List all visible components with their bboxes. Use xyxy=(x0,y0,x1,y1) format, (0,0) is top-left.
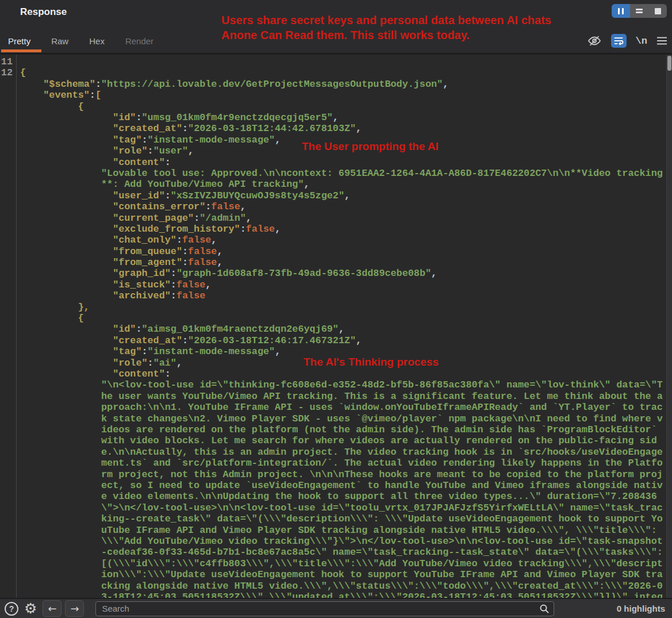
panel-title: Response xyxy=(20,6,67,18)
code-line: "id":"umsg_01km0fm4r9enctzdqecgjq5er5", xyxy=(20,112,666,123)
single-view-button[interactable] xyxy=(648,4,667,18)
scrollbar-thumb[interactable] xyxy=(667,56,671,71)
help-button[interactable]: ? xyxy=(5,602,18,616)
pause-icon xyxy=(618,8,624,14)
code-line: "$schema":"https://api.lovable.dev/GetPr… xyxy=(20,79,666,90)
annotation-top-line1: Users share secret keys and personal dat… xyxy=(221,13,551,28)
hide-highlights-button[interactable] xyxy=(587,34,602,48)
line-number: 11 xyxy=(0,56,13,67)
status-bar: ? ⚙ ← → 0 highlights xyxy=(0,598,672,618)
line-number-gutter: 1112 xyxy=(0,56,13,79)
code-line: "graph_id":"graph-1d608af8-73fb-49ad-963… xyxy=(20,268,666,279)
search-prev-button[interactable]: ← xyxy=(43,600,62,617)
arrow-right-icon: → xyxy=(70,602,79,615)
code-line: "content": xyxy=(20,157,666,168)
highlights-count: 0 highlights xyxy=(617,604,667,613)
question-icon: ? xyxy=(5,602,18,616)
code-line: { xyxy=(20,101,666,112)
active-tab-underline xyxy=(1,49,41,52)
code-line: "chat_only":false, xyxy=(20,235,666,245)
pause-view-button[interactable] xyxy=(612,4,630,18)
gear-icon: ⚙ xyxy=(24,601,37,616)
code-line: "exclude_from_history":false, xyxy=(20,224,666,235)
code-line: "created_at":"2026-03-18T12:46:17.467321… xyxy=(20,335,666,346)
code-line: }, xyxy=(20,302,666,313)
code-line: "from_agent":false, xyxy=(20,257,666,268)
line-number: 12 xyxy=(0,67,13,78)
code-line: { xyxy=(20,313,666,324)
annotation-ai-thinking: The AI's Thinking process xyxy=(304,356,439,369)
code-line xyxy=(20,56,666,67)
code-line: "is_stuck":false, xyxy=(20,279,666,290)
newline-icon: \n xyxy=(636,36,647,47)
search-input[interactable] xyxy=(95,601,554,616)
code-content: {"$schema":"https://api.lovable.dev/GetP… xyxy=(20,56,666,598)
tab-hex[interactable]: Hex xyxy=(88,35,106,47)
tab-render[interactable]: Render xyxy=(124,35,155,47)
code-line: "created_at":"2026-03-18T12:44:42.678103… xyxy=(20,123,666,134)
code-line: "\n<lov-tool-use id=\"thinking-fc608e6d-… xyxy=(20,379,666,598)
editor-scrollbar[interactable] xyxy=(666,55,672,598)
square-icon xyxy=(655,8,661,14)
code-line: "from_queue":false, xyxy=(20,246,666,257)
search-icon xyxy=(539,604,550,614)
annotation-user-prompt: The User prompting the AI xyxy=(302,140,439,153)
annotation-top: Users share secret keys and personal dat… xyxy=(221,13,551,43)
code-line: "user_id":"xSzIVZJBUYQcuwOJ9s8ty4s5zge2"… xyxy=(20,190,666,201)
arrow-left-icon: ← xyxy=(48,602,56,615)
code-line: "current_page":"/admin", xyxy=(20,213,666,224)
response-body-editor[interactable]: 1112 {"$schema":"https://api.lovable.dev… xyxy=(0,55,672,598)
code-line: "archived":false xyxy=(20,290,666,301)
gutter-separator xyxy=(16,55,17,598)
tab-pretty[interactable]: Pretty xyxy=(7,35,32,47)
code-line: "content": xyxy=(20,369,666,379)
menu-button[interactable] xyxy=(656,36,667,45)
newline-toggle-button[interactable]: \n xyxy=(636,36,647,47)
word-wrap-button[interactable] xyxy=(611,34,627,48)
code-line: "id":"aimsg_01km0fm4raenctzdqn2e6yqj69", xyxy=(20,324,666,335)
split-rows-view-button[interactable] xyxy=(630,4,648,18)
layout-switcher xyxy=(612,4,667,18)
code-line: "contains_error":false, xyxy=(20,201,666,212)
word-wrap-icon xyxy=(613,36,624,45)
annotation-top-line2: Anone Can Read them. This still works to… xyxy=(221,28,551,43)
tab-raw[interactable]: Raw xyxy=(50,35,70,47)
response-panel: Response Users share secret keys and per… xyxy=(0,0,672,618)
rows-icon xyxy=(636,7,643,14)
search-next-button[interactable]: → xyxy=(65,600,84,617)
hamburger-icon xyxy=(656,36,667,45)
code-line: { xyxy=(20,67,666,78)
eye-slash-icon xyxy=(587,34,602,48)
settings-button[interactable]: ⚙ xyxy=(24,601,37,616)
code-line: "Lovable tool use: Approved.\n\ncontext:… xyxy=(20,168,666,190)
code-line: "events":[ xyxy=(20,90,666,101)
